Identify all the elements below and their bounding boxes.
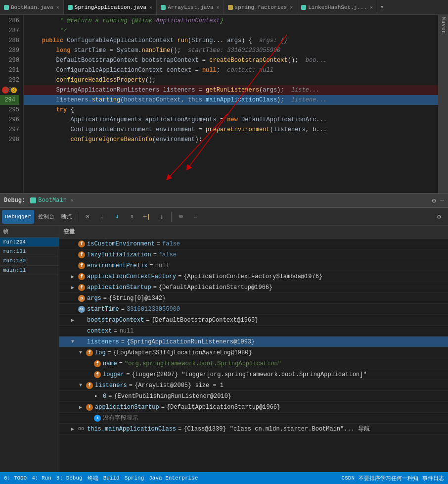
line-num-289: 289	[0, 46, 19, 55]
var-isCustomEnvironment[interactable]: f isCustomEnvironment = false	[59, 239, 448, 249]
status-csdn[interactable]: CSDN	[342, 475, 355, 482]
status-build[interactable]: Build	[103, 475, 120, 481]
var-applicationContextFactory[interactable]: f applicationContextFactory = {Applicati…	[59, 271, 448, 282]
code-text-298: configureIgnoreBeanInfo(environment);	[28, 135, 202, 145]
var-listener-0[interactable]: ▪ 0 = {EventPublishingRunListener@2010}	[59, 391, 448, 402]
tab-close-arraylist[interactable]: ✕	[217, 4, 220, 10]
line-num-297: 297	[0, 125, 19, 135]
var-log-name[interactable]: f name = "org.springframework.boot.Sprin…	[59, 358, 448, 369]
var-expand-appstartup-child[interactable]	[79, 404, 86, 410]
code-text-294: listeners.starting(bootstrapContext, thi…	[28, 95, 327, 105]
code-line-286: * @return a running {@link ApplicationCo…	[24, 16, 443, 26]
code-text-297: ConfigurableEnvironment environment = pr…	[28, 125, 327, 135]
tab-close-bootmain[interactable]: ✕	[56, 4, 59, 10]
var-badge-lazyInitialization: f	[78, 251, 85, 258]
var-context[interactable]: context = null	[59, 326, 448, 337]
debugger-tab[interactable]: Debugger	[2, 210, 34, 224]
var-eq-log-name: =	[119, 360, 123, 367]
tab-bar: BootMain.java ✕ SpringApplication.java ✕…	[0, 0, 448, 15]
status-terminal[interactable]: 终端	[88, 475, 98, 482]
code-text-296: ApplicationArguments applicationArgument…	[28, 115, 327, 125]
step-into-btn[interactable]: ⬇	[110, 210, 124, 224]
tab-bootmain[interactable]: BootMain.java ✕	[0, 0, 64, 14]
code-line-298: configureIgnoreBeanInfo(environment);	[24, 135, 443, 145]
evaluate-btn[interactable]: ⌨	[174, 210, 188, 224]
var-expand-applicationContextFactory[interactable]	[71, 274, 78, 280]
var-badge-appstartup-child: f	[86, 404, 93, 411]
var-eq-applicationContextFactory: =	[178, 273, 181, 280]
tab-arraylist[interactable]: ArrayList.java ✕	[157, 0, 224, 14]
line-num-286: 286	[0, 16, 19, 26]
var-val-appstartup-child: {DefaultApplicationStartup@1966}	[167, 404, 280, 411]
var-val-mainApplicationClass: {Class@1339} "class cn.mldn.starter.Boot…	[183, 425, 370, 433]
run-to-cursor-btn[interactable]: →|	[140, 210, 154, 224]
var-expand-log[interactable]	[79, 350, 86, 355]
code-line-292: configureHeadlessProperty();	[24, 75, 443, 85]
status-spring[interactable]: Spring	[125, 475, 144, 481]
var-badge-no-fields: i	[94, 415, 101, 422]
show-execution-point-btn[interactable]: ⊙	[81, 210, 94, 224]
var-mainApplicationClass[interactable]: oo this.mainApplicationClass = {Class@13…	[59, 424, 448, 435]
line-num-293-wrapper: ! 293	[0, 85, 19, 95]
stream-trace-btn[interactable]: ≡	[189, 210, 203, 224]
toolbar-right: ⚙	[432, 210, 446, 224]
var-bootstrapContext[interactable]: bootstrapContext = {DefaultBootstrapCont…	[59, 315, 448, 326]
var-expand-bootstrapContext[interactable]	[71, 317, 78, 323]
step-over-btn[interactable]: ↓	[95, 210, 109, 224]
var-expand-mainApplicationClass[interactable]	[71, 426, 78, 432]
maven-panel[interactable]: Maven	[438, 15, 448, 193]
line-num-292: 292	[0, 75, 19, 85]
var-log[interactable]: f log = {LogAdapter$Slf4jLocationAwareLo…	[59, 347, 448, 358]
tab-overflow-button[interactable]: ▾	[377, 0, 387, 14]
var-lazyInitialization[interactable]: f lazyInitialization = false	[59, 249, 448, 260]
frame-main-11[interactable]: main:11	[0, 266, 59, 275]
var-name-log: log	[95, 349, 106, 356]
var-expand-applicationStartup[interactable]	[71, 285, 78, 290]
status-events[interactable]: 事件日志	[422, 475, 444, 482]
maven-label: Maven	[441, 17, 446, 34]
tab-springapp[interactable]: SpringApplication.java ✕	[64, 0, 157, 14]
var-applicationStartup[interactable]: f applicationStartup = {DefaultApplicati…	[59, 282, 448, 293]
var-eq-isCustomEnvironment: =	[157, 241, 160, 247]
minimize-icon[interactable]: −	[440, 196, 444, 204]
console-tab[interactable]: 控制台	[35, 210, 57, 224]
var-environmentPrefix[interactable]: f environmentPrefix = null	[59, 260, 448, 271]
tab-close-linkedhashset[interactable]: ✕	[370, 4, 373, 10]
var-listeners-child[interactable]: f listeners = {ArrayList@2005} size = 1	[59, 380, 448, 391]
settings-btn[interactable]: ⚙	[432, 210, 446, 224]
tab-linkedhashset[interactable]: LinkedHashSet.j... ✕	[297, 0, 377, 14]
debug-session-close[interactable]: ✕	[71, 197, 74, 203]
status-todo[interactable]: 6: TODO	[4, 475, 27, 481]
force-step-into-btn[interactable]: ⇓	[155, 210, 169, 224]
status-java-enterprise[interactable]: Java Enterprise	[149, 475, 198, 481]
breakpoints-tab[interactable]: 断点	[58, 210, 75, 224]
status-run[interactable]: 4: Run	[32, 475, 51, 481]
frame-run-294[interactable]: run:294	[0, 238, 59, 247]
line-numbers: 286 287 288 289 290 291 292 ! 293 294 29…	[0, 15, 24, 193]
toolbar-divider-2	[171, 212, 172, 222]
step-out-btn[interactable]: ⬆	[125, 210, 139, 224]
tab-springfactories[interactable]: spring.factories ✕	[224, 0, 298, 14]
tab-close-springfactories[interactable]: ✕	[290, 4, 293, 10]
var-listeners-root[interactable]: listeners = {SpringApplicationRunListene…	[59, 337, 448, 347]
code-text-295: try {	[28, 105, 74, 115]
var-startTime[interactable]: oi startTime = 331601233055900	[59, 304, 448, 315]
var-no-fields-info: i 没有字段显示	[59, 413, 448, 424]
var-args[interactable]: p args = {String[0]@1342}	[59, 293, 448, 304]
var-log-logger[interactable]: f logger = {Logger@2007} "Logger[org.spr…	[59, 369, 448, 380]
var-badge-log: f	[86, 349, 93, 356]
frame-run-130[interactable]: run:130	[0, 256, 59, 266]
line-num-288: 288	[0, 36, 19, 46]
var-val-applicationContextFactory: {ApplicationContextFactory$lambda@1976}	[183, 273, 322, 280]
status-debug[interactable]: 5: Debug	[56, 475, 83, 481]
var-expand-listeners-root[interactable]	[71, 339, 78, 344]
var-val-bootstrapContext: {DefaultBootstrapContext@1965}	[151, 317, 258, 324]
frame-run-131[interactable]: run:131	[0, 247, 59, 256]
var-expand-listeners-child[interactable]	[79, 383, 86, 388]
tab-icon-springfactories	[228, 5, 233, 10]
gear-icon[interactable]: ⚙	[432, 196, 436, 205]
var-appstartup-child[interactable]: f applicationStartup = {DefaultApplicati…	[59, 402, 448, 413]
var-eq-log-logger: =	[126, 371, 130, 378]
var-eq-lazyInitialization: =	[153, 251, 157, 258]
tab-close-springapp[interactable]: ✕	[149, 4, 152, 10]
